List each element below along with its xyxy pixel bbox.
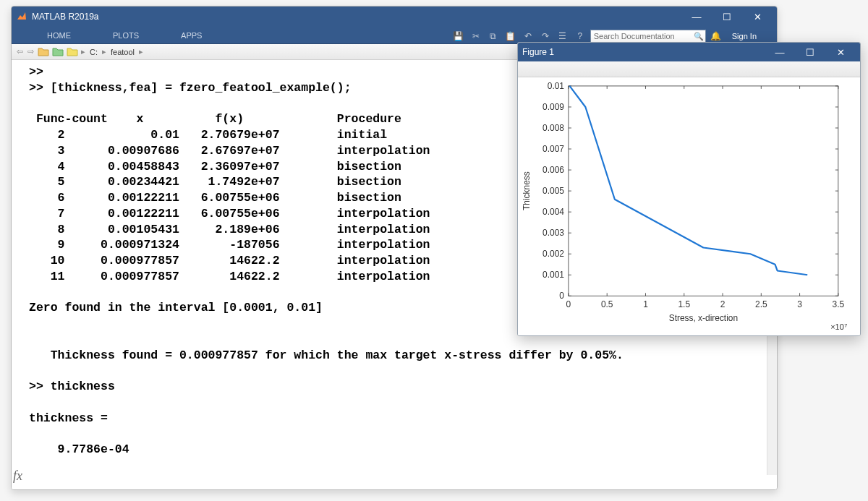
tab-home[interactable]: HOME bbox=[26, 27, 92, 43]
breadcrumb-sep: ▸ bbox=[101, 47, 108, 56]
figure-title: Figure 1 bbox=[522, 47, 765, 57]
search-documentation[interactable]: 🔍 bbox=[590, 30, 706, 43]
folder-new-icon[interactable] bbox=[38, 46, 49, 58]
breadcrumb-sep: ▸ bbox=[80, 47, 87, 56]
svg-text:0.008: 0.008 bbox=[542, 123, 564, 133]
svg-text:0.004: 0.004 bbox=[542, 207, 564, 217]
layout-icon[interactable]: ☰ bbox=[556, 29, 570, 43]
svg-rect-0 bbox=[569, 86, 838, 296]
breadcrumb-sep: ▸ bbox=[137, 47, 145, 56]
svg-text:0.003: 0.003 bbox=[542, 228, 564, 238]
svg-text:0.009: 0.009 bbox=[542, 102, 564, 112]
svg-text:0.007: 0.007 bbox=[542, 144, 564, 154]
undo-icon[interactable]: ↶ bbox=[521, 29, 535, 43]
breadcrumb-folder[interactable]: featool bbox=[108, 48, 137, 56]
close-button[interactable]: ✕ bbox=[742, 7, 773, 27]
chart-area[interactable]: 00.0010.0020.0030.0040.0050.0060.0070.00… bbox=[518, 77, 860, 335]
tab-apps[interactable]: APPS bbox=[160, 27, 223, 43]
notification-icon[interactable]: 🔔 bbox=[709, 29, 723, 43]
svg-text:3.5: 3.5 bbox=[833, 299, 845, 309]
svg-text:0: 0 bbox=[566, 299, 571, 309]
fx-function-icon[interactable]: fx bbox=[13, 468, 22, 484]
nav-back-icon[interactable]: ⇦ bbox=[14, 47, 25, 56]
figure-title-bar: Figure 1 — ☐ ✕ bbox=[518, 43, 860, 61]
figure-toolbar bbox=[518, 61, 860, 77]
minimize-button[interactable]: — bbox=[681, 7, 712, 27]
svg-text:Stress, x-direction: Stress, x-direction bbox=[669, 313, 738, 323]
help-icon[interactable]: ? bbox=[573, 29, 587, 43]
svg-text:0.5: 0.5 bbox=[601, 299, 613, 309]
figure-maximize-button[interactable]: ☐ bbox=[795, 42, 825, 62]
search-icon[interactable]: 🔍 bbox=[694, 32, 704, 41]
folder-up-icon[interactable] bbox=[67, 46, 78, 58]
svg-text:3: 3 bbox=[797, 299, 802, 309]
window-controls: — ☐ ✕ bbox=[681, 7, 773, 27]
sign-in-link[interactable]: Sign In bbox=[726, 32, 762, 40]
svg-text:×10⁷: ×10⁷ bbox=[830, 322, 847, 331]
matlab-logo-icon bbox=[16, 11, 27, 22]
figure-close-button[interactable]: ✕ bbox=[825, 42, 856, 62]
redo-icon[interactable]: ↷ bbox=[538, 29, 553, 43]
svg-text:1.5: 1.5 bbox=[678, 299, 690, 309]
svg-text:0.002: 0.002 bbox=[542, 249, 564, 259]
search-input[interactable] bbox=[594, 32, 694, 40]
svg-text:2: 2 bbox=[720, 299, 726, 309]
copy-icon[interactable]: ⧉ bbox=[486, 29, 501, 43]
line-chart: 00.0010.0020.0030.0040.0050.0060.0070.00… bbox=[518, 77, 860, 335]
figure-window: Figure 1 — ☐ ✕ 00.0010.0020.0030.0040.00… bbox=[517, 42, 861, 336]
svg-text:0.006: 0.006 bbox=[542, 165, 564, 175]
svg-text:2.5: 2.5 bbox=[755, 299, 767, 309]
tab-plots[interactable]: PLOTS bbox=[92, 27, 160, 43]
folder-open-icon[interactable] bbox=[52, 46, 64, 58]
svg-text:0.005: 0.005 bbox=[542, 186, 564, 196]
title-bar: MATLAB R2019a — ☐ ✕ bbox=[12, 7, 777, 27]
paste-icon[interactable]: 📋 bbox=[503, 29, 518, 43]
window-title: MATLAB R2019a bbox=[32, 12, 681, 22]
figure-window-controls: — ☐ ✕ bbox=[765, 42, 856, 62]
breadcrumb-drive[interactable]: C: bbox=[87, 48, 101, 56]
save-icon[interactable]: 💾 bbox=[451, 29, 466, 43]
svg-text:1: 1 bbox=[643, 299, 648, 309]
svg-text:0.01: 0.01 bbox=[548, 81, 565, 91]
nav-forward-icon[interactable]: ⇨ bbox=[25, 47, 36, 56]
maximize-button[interactable]: ☐ bbox=[712, 7, 742, 27]
figure-minimize-button[interactable]: — bbox=[765, 42, 795, 62]
svg-text:Thickness: Thickness bbox=[522, 171, 532, 210]
svg-text:0.001: 0.001 bbox=[542, 270, 564, 280]
svg-text:0: 0 bbox=[559, 291, 564, 301]
cut-icon[interactable]: ✂ bbox=[469, 29, 483, 43]
